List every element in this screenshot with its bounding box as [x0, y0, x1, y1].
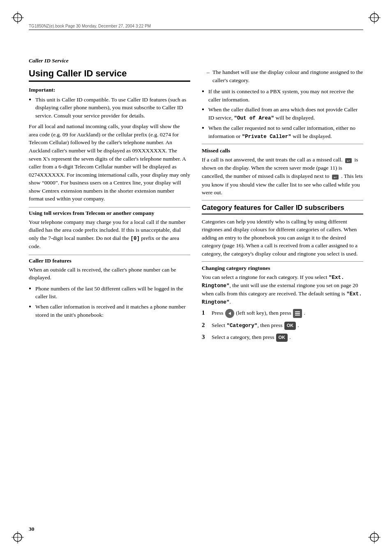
corner-mark-bl — [12, 531, 24, 543]
left-column: Using Caller ID service Important: This … — [29, 68, 190, 345]
category-heading: Category features for Caller ID subscrib… — [202, 204, 363, 214]
step-1-text3: . — [304, 310, 305, 316]
missed-calls-para: If a call is not answered, the unit trea… — [202, 156, 363, 197]
out-of-area-mono: "Out of Area" — [234, 115, 274, 121]
missed-call-icon-2: ↩ — [332, 173, 339, 181]
step-1-button1 — [225, 309, 234, 318]
changing-ringtones-heading: Changing category ringtones — [202, 265, 363, 272]
step-1: 1 Press (left soft key), then press . — [202, 309, 363, 318]
ext-ringtone-mono: "Ext. Ringtone" — [202, 275, 344, 289]
right-bullet-3: When the caller requested not to send ca… — [202, 124, 363, 140]
right-bullet-2: When the caller dialled from an area whi… — [202, 106, 363, 122]
important-bullets: This unit is Caller ID compatible. To us… — [29, 96, 190, 120]
right-column: The handset will use the display colour … — [202, 68, 363, 345]
step-3-num: 3 — [202, 333, 209, 341]
step-2-text2: . — [297, 322, 299, 328]
right-dash-bullets: The handset will use the display colour … — [207, 68, 363, 84]
divider-1 — [202, 144, 363, 144]
caller-id-features-intro: When an outside call is received, the ca… — [29, 266, 190, 282]
section-header: Caller ID Service — [29, 58, 363, 64]
corner-mark-tl — [12, 12, 24, 24]
step-2-content: Select "Category", then press OK . — [212, 321, 363, 330]
category-intro: Categories can help you identify who is … — [202, 218, 363, 258]
important-label: Important: — [29, 86, 190, 94]
missed-calls-heading: Missed calls — [202, 147, 363, 154]
divider-3 — [202, 261, 363, 262]
step-3-text2: . — [289, 334, 291, 340]
svg-text:↩: ↩ — [347, 159, 350, 163]
file-info: TG1850NZ(e).book Page 30 Monday, Decembe… — [29, 24, 363, 30]
right-dash-bullet-1: The handset will use the display colour … — [207, 68, 363, 84]
step-3-text: Select a category, then press — [212, 334, 274, 340]
step-3: 3 Select a category, then press OK . — [202, 333, 363, 342]
caller-id-bullet-2: When caller information is received and … — [29, 303, 190, 319]
caller-id-features-heading: Caller ID features — [29, 255, 190, 264]
right-bullets: If the unit is connected to a PBX system… — [202, 88, 363, 140]
file-info-text: TG1850NZ(e).book Page 30 Monday, Decembe… — [29, 24, 151, 28]
step-2-category-mono: "Category" — [226, 323, 257, 329]
toll-para: Your telephone company may charge you fo… — [29, 218, 190, 251]
corner-mark-tr — [368, 12, 380, 24]
svg-text:↩: ↩ — [334, 175, 337, 180]
important-bullet-1: This unit is Caller ID compatible. To us… — [29, 96, 190, 120]
ext-ringtone-default-mono: "Ext. Ringtone" — [202, 291, 362, 305]
step-2-num: 2 — [202, 321, 209, 329]
private-caller-mono: "Private Caller" — [242, 134, 291, 140]
main-heading: Using Caller ID service — [29, 68, 190, 82]
step-3-content: Select a category, then press OK . — [212, 333, 363, 342]
step-3-ok-button: OK — [276, 334, 288, 342]
toll-prefix-mono: [0] — [130, 236, 140, 242]
step-1-button2 — [293, 309, 302, 318]
step-2-ok-button: OK — [284, 322, 296, 330]
step-2: 2 Select "Category", then press OK . — [202, 321, 363, 330]
step-1-num: 1 — [202, 309, 209, 317]
page-number: 30 — [29, 526, 35, 532]
changing-ringtones-intro: You can select a ringtone for each categ… — [202, 273, 363, 306]
toll-heading: Using toll services from Telecom or anot… — [29, 207, 190, 216]
caller-id-bullet-1: Phone numbers of the last 50 different c… — [29, 285, 190, 301]
caller-id-bullets: Phone numbers of the last 50 different c… — [29, 285, 190, 319]
two-column-layout: Using Caller ID service Important: This … — [29, 68, 363, 345]
right-bullet-1: If the unit is connected to a PBX system… — [202, 88, 363, 104]
step-1-content: Press (left soft key), then press . — [212, 309, 363, 318]
corner-mark-br — [368, 531, 380, 543]
divider-2 — [202, 200, 363, 200]
missed-call-icon: ↩ — [345, 156, 352, 164]
step-1-text: Press — [212, 310, 224, 316]
intro-para: For all local and national incoming call… — [29, 122, 190, 203]
page: TG1850NZ(e).book Page 30 Monday, Decembe… — [0, 0, 392, 555]
step-1-text2: (left soft key), then press — [236, 310, 291, 316]
steps-list: 1 Press (left soft key), then press . — [202, 309, 363, 342]
